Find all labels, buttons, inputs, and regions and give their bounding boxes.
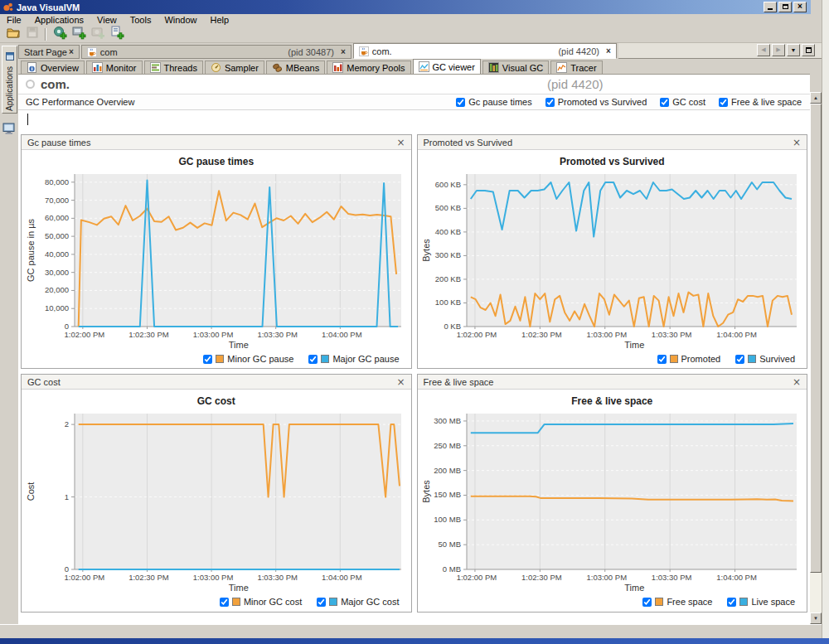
- legend-checkbox[interactable]: [735, 355, 744, 364]
- take-snapshot-button[interactable]: [88, 27, 107, 42]
- save-button[interactable]: [22, 27, 41, 42]
- legend-promoted[interactable]: Promoted: [657, 354, 721, 364]
- checkbox-label: Free & live space: [731, 97, 802, 107]
- svg-text:250 MB: 250 MB: [434, 441, 462, 450]
- tab-label: com.: [372, 46, 392, 56]
- scroll-down-icon[interactable]: ▼: [810, 613, 822, 624]
- tracer-icon: [556, 62, 567, 73]
- checkbox-label: GC cost: [672, 97, 705, 107]
- legend-swatch: [739, 598, 748, 606]
- legend-minor-gc-cost[interactable]: Minor GC cost: [220, 597, 302, 607]
- add-jmx-connection-button[interactable]: [69, 27, 88, 42]
- tab-visual-gc[interactable]: Visual GC: [482, 61, 549, 74]
- scroll-tabs-right-button[interactable]: ▶: [772, 44, 785, 56]
- legend-label: Major GC pause: [332, 354, 399, 364]
- tab-memory-pools[interactable]: Memory Pools: [327, 61, 410, 74]
- legend-checkbox[interactable]: [727, 598, 736, 607]
- view-tab-bar: OverviewMonitorThreadsSamplerMBeansMemor…: [18, 59, 822, 74]
- legend-major-gc-cost[interactable]: Major GC cost: [317, 597, 399, 607]
- svg-text:100 MB: 100 MB: [434, 515, 462, 524]
- tab-overview[interactable]: Overview: [21, 61, 85, 74]
- panel-close-icon[interactable]: ×: [396, 138, 405, 148]
- tab-close-icon[interactable]: ×: [69, 47, 74, 56]
- menu-tools[interactable]: Tools: [124, 15, 158, 25]
- checkbox-input[interactable]: [545, 98, 555, 107]
- restore-button[interactable]: [778, 2, 792, 12]
- menu-view[interactable]: View: [90, 15, 124, 25]
- legend-minor-gc-pause[interactable]: Minor GC pause: [203, 354, 293, 364]
- legend-free-space[interactable]: Free space: [642, 597, 712, 607]
- menu-help[interactable]: Help: [204, 15, 236, 25]
- tab-list-button[interactable]: ▼: [787, 44, 800, 56]
- legend-label: Minor GC pause: [227, 354, 293, 364]
- legend-major-gc-pause[interactable]: Major GC pause: [308, 354, 399, 364]
- svg-text:30,000: 30,000: [45, 268, 69, 277]
- svg-text:100 KB: 100 KB: [435, 298, 461, 307]
- tab-com[interactable]: com.(pid 4420)×: [353, 43, 617, 59]
- applications-sidebar-tab[interactable]: Applications: [2, 46, 17, 114]
- x-axis-label: Time: [22, 340, 411, 351]
- svg-text:1:04:00 PM: 1:04:00 PM: [322, 330, 362, 339]
- legend-label: Free space: [667, 597, 712, 607]
- add-jmx-connection-icon: [71, 25, 86, 43]
- scrollbar-thumb[interactable]: [810, 104, 822, 573]
- close-button[interactable]: ×: [793, 2, 807, 12]
- legend-checkbox[interactable]: [317, 598, 326, 607]
- tab-threads[interactable]: Threads: [144, 61, 203, 74]
- svg-text:Bytes: Bytes: [421, 480, 431, 503]
- tab-close-icon[interactable]: ×: [341, 47, 346, 56]
- legend-checkbox[interactable]: [308, 355, 318, 364]
- svg-text:150 MB: 150 MB: [434, 490, 462, 499]
- document-tabs: Start Page×com(pid 30487)×com.(pid 4420)…: [18, 43, 618, 59]
- panel-close-icon[interactable]: ×: [793, 377, 801, 387]
- load-snapshot-button[interactable]: [3, 27, 22, 42]
- legend-checkbox[interactable]: [657, 355, 667, 364]
- tab-close-icon[interactable]: ×: [606, 46, 611, 56]
- add-application-button[interactable]: [50, 27, 69, 42]
- monitor-icon[interactable]: [2, 123, 16, 138]
- tab-tracer[interactable]: Tracer: [550, 61, 602, 74]
- title-bar: Java VisualVM ×: [0, 0, 811, 14]
- legend-survived[interactable]: Survived: [735, 354, 795, 364]
- tab-start-page[interactable]: Start Page×: [18, 45, 80, 59]
- checkbox-gc-cost[interactable]: GC cost: [660, 97, 705, 107]
- checkbox-free-live-space[interactable]: Free & live space: [719, 97, 802, 107]
- menu-applications[interactable]: Applications: [28, 15, 90, 25]
- chart-title: GC pause times: [22, 150, 411, 169]
- vertical-scrollbar[interactable]: ▲ ▼: [810, 92, 822, 624]
- maximize-view-button[interactable]: [802, 44, 815, 56]
- checkbox-gc-pause-times[interactable]: Gc pause times: [456, 97, 531, 107]
- legend-swatch: [329, 598, 337, 606]
- checkbox-input[interactable]: [660, 98, 669, 107]
- panel-close-icon[interactable]: ×: [793, 138, 801, 148]
- minimize-button[interactable]: [764, 2, 777, 12]
- svg-text:1:04:00 PM: 1:04:00 PM: [717, 330, 758, 339]
- tab-mbeans[interactable]: MBeans: [266, 61, 325, 74]
- legend-checkbox[interactable]: [203, 355, 212, 364]
- tab-gc-viewer[interactable]: GC viewer: [413, 59, 481, 74]
- scroll-tabs-left-button[interactable]: ◀: [757, 44, 770, 56]
- tab-pid: (pid 4420): [558, 46, 599, 56]
- tab-sampler[interactable]: Sampler: [205, 61, 264, 74]
- legend-live-space[interactable]: Live space: [727, 597, 795, 607]
- svg-text:200 MB: 200 MB: [434, 466, 462, 475]
- mbeans-icon: [272, 62, 283, 73]
- checkbox-input[interactable]: [456, 98, 465, 107]
- add-vm-coredump-button[interactable]: [107, 27, 126, 42]
- scroll-up-icon[interactable]: ▲: [810, 92, 822, 104]
- chart-legend: Minor GC costMajor GC cost: [22, 594, 411, 607]
- menu-window[interactable]: Window: [158, 15, 203, 25]
- checkbox-promoted-vs-survived[interactable]: Promoted vs Survived: [545, 97, 647, 107]
- svg-text:70,000: 70,000: [45, 196, 69, 205]
- svg-text:50,000: 50,000: [45, 231, 69, 240]
- legend-checkbox[interactable]: [642, 598, 652, 607]
- chart-plot-promoted-vs-survived: 0 KB100 KB200 KB300 KB400 KB500 KB600 KB…: [420, 169, 803, 340]
- menu-file[interactable]: File: [0, 15, 28, 25]
- chart-plot-free-live-space: 0 MB50 MB100 MB150 MB200 MB250 MB300 MB1…: [420, 409, 803, 583]
- legend-checkbox[interactable]: [220, 598, 229, 607]
- panel-close-icon[interactable]: ×: [396, 377, 405, 387]
- tab-monitor[interactable]: Monitor: [86, 61, 143, 74]
- tab-com[interactable]: com(pid 30487)×: [81, 45, 351, 59]
- add-vm-coredump-icon: [109, 25, 124, 43]
- checkbox-input[interactable]: [719, 98, 728, 107]
